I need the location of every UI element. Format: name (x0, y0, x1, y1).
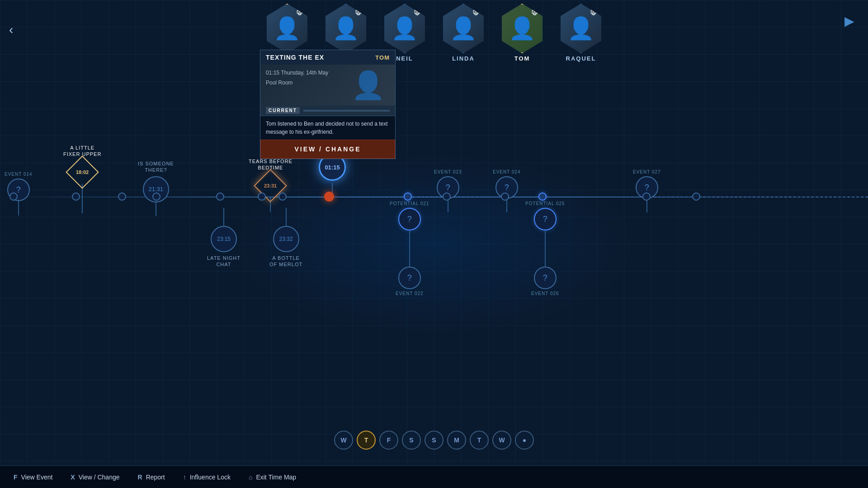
character-raquel[interactable]: 👤 💀 RAQUEL (552, 4, 610, 62)
day-btn-f[interactable]: F (379, 431, 398, 450)
popup-face: 👤 (341, 65, 395, 105)
character-raquel-name: RAQUEL (566, 55, 596, 62)
potential-025-group: POTENTIAL 025 ? ? EVENT 026 (525, 201, 565, 298)
timeline-dot-3 (118, 192, 126, 201)
character-ben-portrait: 👤 💀 (264, 4, 310, 53)
ctrl-view-change[interactable]: X View / Change (71, 474, 119, 481)
character-raquel-portrait: 👤 💀 (558, 4, 604, 53)
label-report: Report (146, 474, 165, 481)
skull-icon: 💀 (296, 8, 303, 15)
someone-there-node[interactable]: IS SOMEONETHERE? 21:31 (138, 160, 174, 216)
ctrl-view-event[interactable]: F View Event (14, 474, 52, 481)
label-view-change: View / Change (79, 474, 120, 481)
event-023-node[interactable]: EVENT 023 ? (434, 169, 462, 212)
timeline-dot-10 (642, 192, 651, 201)
potential-021-group: POTENTIAL 021 ? ? EVENT 022 (390, 201, 429, 298)
popup-description: Tom listened to Ben and decided not to s… (260, 116, 395, 140)
day-indicators: W T F S S M T W ● (334, 431, 534, 450)
skull-icon: 💀 (413, 8, 421, 15)
timeline-dot-active (324, 192, 334, 202)
dashed-line-right (334, 197, 868, 197)
day-btn-t1[interactable]: T (357, 431, 376, 450)
timeline-dot-1 (9, 192, 18, 201)
event-027-node[interactable]: EVENT 027 ? (633, 169, 661, 212)
character-tom-portrait: 👤 💀 (500, 4, 545, 53)
character-tom-name: TOM (514, 55, 530, 62)
timeline-dot-11 (692, 192, 700, 201)
timeline-dot-potential021 (404, 192, 412, 201)
key-x: X (71, 474, 75, 481)
day-btn-w2[interactable]: W (492, 431, 511, 450)
timeline-area: EVENT 014 ? A LITTLEFIXER UPPER 18:02 IS… (0, 72, 868, 380)
popup-info: 01:15 Thursday, 14th May Pool Room (266, 68, 328, 88)
popup-location: Pool Room (266, 78, 328, 88)
popup-date: 01:15 Thursday, 14th May (266, 68, 328, 78)
day-btn-t2[interactable]: T (470, 431, 489, 450)
ctrl-influence-lock[interactable]: ↑ Influence Lock (183, 474, 231, 481)
skull-icon: 💀 (472, 8, 480, 15)
timeline-dot-potential025 (538, 192, 547, 201)
skull-icon: 💀 (354, 8, 362, 15)
event-024-node[interactable]: EVENT 024 ? (493, 169, 521, 212)
popup-status-bar: CURRENT (260, 105, 395, 116)
key-exit: ⌂ (249, 474, 252, 481)
late-night-chat-node[interactable]: 23:15 LATE NIGHTCHAT (207, 208, 241, 268)
character-tom[interactable]: 👤 💀 TOM (493, 4, 552, 62)
timeline-dot-9 (501, 192, 509, 201)
ctrl-report[interactable]: R Report (138, 474, 165, 481)
popup-image-area: 01:15 Thursday, 14th May Pool Room 👤 (260, 65, 395, 105)
timeline-dot-4 (152, 192, 160, 201)
character-linda-portrait: 👤 💀 (441, 4, 486, 53)
event-014-node[interactable]: EVENT 014 ? (5, 172, 33, 216)
status-bar-fill (303, 110, 390, 112)
day-btn-dot[interactable]: ● (515, 431, 534, 450)
character-neil-name: NEIL (396, 55, 413, 62)
character-linda-name: LINDA (452, 55, 475, 62)
timeline-dot-2 (72, 192, 80, 201)
characters-bar: 👤 💀 BEN 👤 💀 JENNY 👤 💀 NEIL 👤 💀 LINDA 👤 💀 (0, 0, 868, 62)
character-jenny-portrait: 👤 💀 (323, 4, 368, 53)
day-btn-w1[interactable]: W (334, 431, 353, 450)
label-exit: Exit Time Map (256, 474, 296, 481)
tears-bedtime-node[interactable]: TEARS BEFOREBEDTIME 23:31 (249, 158, 292, 212)
day-btn-s2[interactable]: S (425, 431, 443, 450)
bottle-merlot-node[interactable]: 23:32 A BOTTLEOF MERLOT (269, 208, 302, 268)
popup-header: TEXTING THE EX TOM (260, 50, 395, 65)
timeline-dot-6 (258, 192, 266, 201)
view-change-button[interactable]: VIEW / CHANGE (260, 140, 395, 159)
key-influence: ↑ (183, 474, 186, 481)
label-influence-lock: Influence Lock (190, 474, 231, 481)
character-neil-portrait: 👤 💀 (382, 4, 427, 53)
day-btn-s1[interactable]: S (402, 431, 421, 450)
character-linda[interactable]: 👤 💀 LINDA (434, 4, 493, 62)
current-status-label: CURRENT (266, 107, 300, 114)
key-r: R (138, 474, 142, 481)
popup-title: TEXTING THE EX (266, 54, 324, 61)
fixer-upper-node[interactable]: A LITTLEFIXER UPPER 18:02 (63, 145, 101, 213)
bottom-controls-bar: F View Event X View / Change R Report ↑ … (0, 465, 868, 488)
timeline-dot-5 (216, 192, 224, 201)
timeline-dot-8 (443, 192, 451, 201)
timeline-dot-7 (278, 192, 287, 201)
popup-who: TOM (375, 54, 390, 61)
ctrl-exit[interactable]: ⌂ Exit Time Map (249, 474, 296, 481)
popup-card: TEXTING THE EX TOM 01:15 Thursday, 14th … (260, 50, 396, 159)
skull-icon: 💀 (590, 8, 597, 15)
skull-icon: 💀 (531, 8, 538, 15)
day-btn-m[interactable]: M (447, 431, 466, 450)
label-view-event: View Event (21, 474, 53, 481)
key-f: F (14, 474, 18, 481)
